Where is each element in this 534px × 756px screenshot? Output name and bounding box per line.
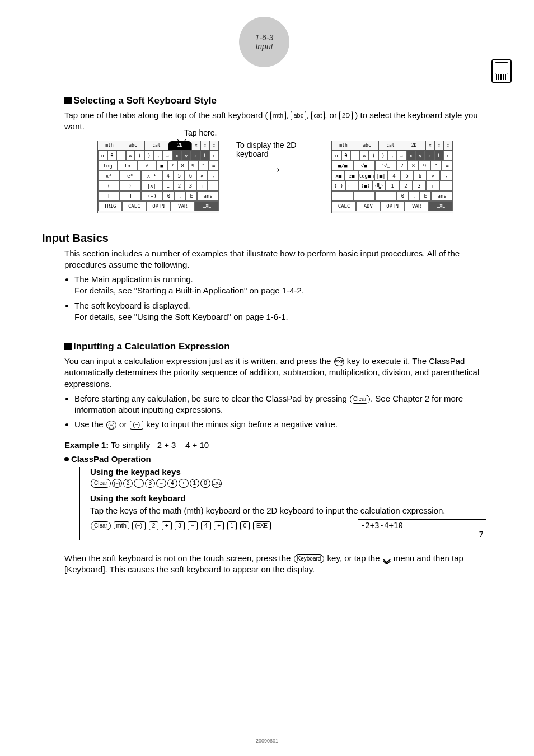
list-item: The Main application is running. For det… — [74, 274, 486, 297]
selecting-style-para: Tap one of the tabs along the top of the… — [64, 110, 486, 133]
list-item: Use the (−) or (−) key to input the minu… — [74, 419, 486, 430]
plus-key-icon: + — [134, 479, 144, 488]
key-2-icon: 2 — [123, 479, 133, 488]
section-selecting-style: Selecting a Soft Keyboard Style — [64, 95, 486, 106]
bullet-square-icon — [64, 343, 72, 350]
header-line1: 1-6-3 — [255, 33, 274, 42]
clear-key-icon: Clear — [350, 395, 370, 404]
footer-date: 20090601 — [0, 738, 534, 744]
key-0-icon: 0 — [240, 521, 250, 530]
key-3-icon: 3 — [145, 479, 155, 488]
list-item: Before starting any calculation, be sure… — [74, 393, 486, 416]
exe-softkey-icon: EXE — [253, 521, 271, 530]
key-4-icon: 4 — [201, 521, 211, 530]
cat-tab-icon: cat — [311, 111, 325, 120]
classpad-operation-heading: ClassPad Operation — [64, 454, 486, 464]
minus-softkey-icon: − — [188, 521, 198, 530]
minus-key-icon: − — [156, 479, 166, 488]
result-answer: 7 — [360, 530, 484, 539]
result-box: -2+3-4+10 7 — [358, 519, 486, 540]
key-3-icon: 3 — [175, 521, 185, 530]
tail-para: When the soft keyboard is not on the tou… — [64, 553, 486, 576]
neg-softkey-icon: (−) — [130, 421, 144, 430]
clear-key-icon: Clear — [91, 479, 111, 488]
example-1: Example 1: To simplify –2 + 3 – 4 + 10 — [64, 440, 486, 451]
neg-key-icon: (−) — [106, 421, 116, 430]
list-item: The soft keyboard is displayed. For deta… — [74, 300, 486, 323]
input-basics-heading: Input Basics — [42, 232, 486, 245]
settings-menu-icon — [382, 556, 391, 562]
header-line2: Input — [255, 42, 273, 51]
input-basics-intro: This section includes a number of exampl… — [64, 248, 486, 271]
2d-keyboard-image: mth abc cat 2D ✕ ↕ ↧ πθi∞(),⇒xyzt← ■/■√■… — [331, 141, 453, 213]
inputting-para1: You can input a calculation expression j… — [64, 356, 486, 390]
keypad-sequence: Clear(−)2+3−4+10EXE — [90, 479, 486, 488]
inputting-bullets: Before starting any calculation, be sure… — [74, 393, 486, 431]
mth-keyboard-image: mth abc cat 2D ✕ ↕ ↧ πθi∞(),⇒xyzt← logln… — [97, 141, 219, 213]
neg-softkey-icon: (−) — [132, 521, 146, 530]
2d-tab-icon: 2D — [339, 111, 353, 120]
using-keypad-heading: Using the keypad keys — [90, 467, 486, 477]
exe-key-icon: EXE — [334, 357, 344, 366]
neg-key-icon: (−) — [112, 479, 122, 488]
clear-key-icon: Clear — [91, 521, 111, 530]
device-icon — [491, 59, 512, 83]
key-1-icon: 1 — [227, 521, 237, 530]
plus-softkey-icon: + — [214, 521, 224, 530]
bullet-square-icon — [64, 97, 72, 104]
input-basics-bullets: The Main application is running. For det… — [74, 274, 486, 323]
tap-here-label: Tap here. — [184, 128, 217, 137]
plus-softkey-icon: + — [162, 521, 172, 530]
key-0-icon: 0 — [200, 479, 210, 488]
to-display-2d-label: To display the 2D keyboard → — [236, 141, 315, 178]
bullet-dot-icon — [64, 457, 69, 461]
keyboard-illustration: Tap here. mth abc cat 2D ✕ ↕ ↧ πθi∞(),⇒x… — [64, 141, 486, 213]
mth-tab-icon: mth — [114, 521, 129, 529]
key-2-icon: 2 — [149, 521, 159, 530]
softdesc: Tap the keys of the math (mth) keyboard … — [90, 505, 486, 516]
mth-tab-icon: mth — [270, 111, 286, 120]
using-soft-heading: Using the soft keyboard — [90, 493, 486, 503]
key-1-icon: 1 — [190, 479, 200, 488]
exe-key-icon: EXE — [212, 479, 222, 488]
plus-key-icon: + — [179, 479, 189, 488]
keyboard-key-icon: Keyboard — [294, 554, 325, 563]
page-header-circle: 1-6-3 Input — [239, 17, 289, 67]
arrow-right-icon: → — [236, 161, 315, 178]
abc-tab-icon: abc — [291, 111, 306, 120]
key-4-icon: 4 — [167, 479, 177, 488]
section-inputting-expr: Inputting a Calculation Expression — [64, 341, 486, 352]
result-expression: -2+3-4+10 — [360, 521, 484, 530]
